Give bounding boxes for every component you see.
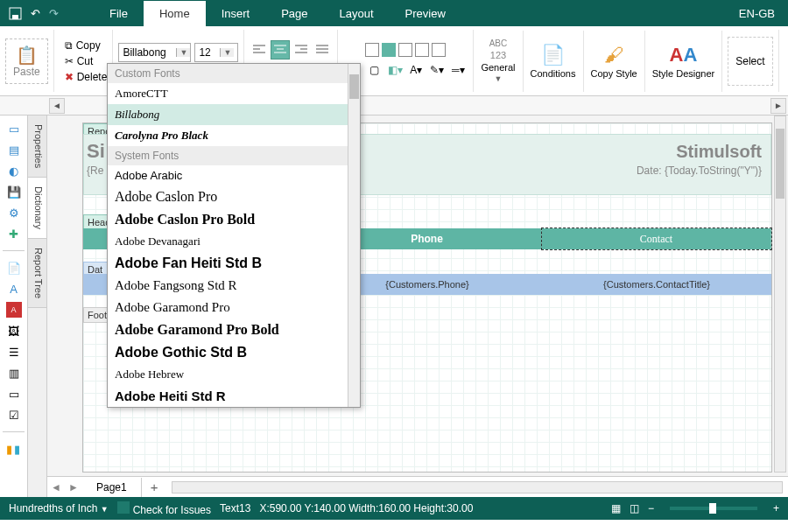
format-general-button[interactable]: ABC 123 General ▼	[474, 31, 523, 92]
font-item[interactable]: Adobe Devanagari	[108, 231, 360, 252]
font-item[interactable]: Carolyna Pro Black	[108, 125, 360, 146]
menu-insert[interactable]: Insert	[206, 1, 266, 26]
menu-home[interactable]: Home	[144, 1, 206, 26]
tool-5[interactable]: ⚙	[6, 205, 22, 220]
page-tab-1[interactable]: Page1	[82, 478, 142, 497]
scroll-left-button[interactable]: ◄	[49, 98, 65, 114]
font-family-input[interactable]	[119, 46, 176, 59]
tool-2[interactable]: ▤	[6, 142, 22, 158]
scroll-right-button[interactable]: ►	[770, 98, 786, 114]
font-dropdown[interactable]: Custom Fonts AmoreCTT Billabong Carolyna…	[107, 63, 361, 408]
conditions-button[interactable]: 📄 Conditions	[524, 31, 584, 92]
zoom-out-button[interactable]: −	[648, 502, 654, 514]
delete-button[interactable]: ✖Delete	[65, 71, 108, 83]
border-none-button[interactable]: ▢	[364, 60, 383, 80]
save-icon[interactable]	[9, 7, 22, 20]
text-color-button[interactable]: A▾	[406, 60, 426, 80]
font-item-selected[interactable]: Billabong	[108, 104, 360, 125]
units-selector[interactable]: Hundredths of Inch ▼	[9, 502, 109, 514]
language-selector[interactable]: EN-GB	[726, 7, 788, 20]
chevron-down-icon: ▼	[101, 505, 109, 514]
font-item[interactable]: AmoreCTT	[108, 83, 360, 104]
border-presets[interactable]	[365, 43, 446, 57]
col-contact-selected[interactable]: Contact	[542, 228, 771, 249]
font-item[interactable]: Adobe Gothic Std B	[108, 341, 360, 364]
main-menu: File Home Insert Page Layout Preview	[94, 1, 461, 26]
menu-file[interactable]: File	[94, 1, 144, 26]
font-item[interactable]: Adobe Arabic	[108, 165, 360, 186]
clipboard-icon: 📋	[13, 45, 40, 66]
align-center-button[interactable]	[271, 40, 290, 60]
font-item[interactable]: Adobe Fangsong Std R	[108, 275, 360, 297]
vscrollbar[interactable]	[774, 116, 786, 472]
font-item[interactable]: Adobe Garamond Pro	[108, 297, 360, 318]
delete-icon: ✖	[65, 71, 74, 83]
font-item[interactable]: Adobe Fan Heiti Std B	[108, 252, 360, 275]
tool-13[interactable]: ▭	[6, 386, 22, 402]
tool-6[interactable]: ✚	[6, 226, 22, 242]
panel-properties[interactable]: Properties	[28, 116, 46, 178]
menu-layout[interactable]: Layout	[324, 1, 390, 26]
font-item[interactable]: Adobe Caslon Pro	[108, 186, 360, 208]
topbar: ↶ ↷ File Home Insert Page Layout Preview…	[0, 0, 788, 26]
redo-icon[interactable]: ↷	[49, 7, 59, 20]
tool-3[interactable]: ◐	[6, 163, 22, 178]
panel-dictionary[interactable]: Dictionary	[28, 178, 46, 239]
border-color-button[interactable]: ✎▾	[427, 60, 447, 80]
align-right-button[interactable]	[292, 40, 311, 60]
tool-14[interactable]: ☑	[6, 407, 22, 423]
align-justify-button[interactable]	[313, 40, 332, 60]
view-mode-1[interactable]: ▦	[611, 502, 621, 514]
copy-button[interactable]: ⧉Copy	[65, 39, 108, 52]
zoom-in-button[interactable]: +	[773, 502, 779, 514]
status-bar: Hundredths of Inch ▼ Check for Issues Te…	[0, 497, 788, 520]
tool-12[interactable]: ▥	[6, 365, 22, 381]
font-family-select[interactable]: ▼	[118, 43, 191, 62]
tool-15[interactable]: ▮▮	[6, 441, 22, 457]
tool-10[interactable]: 🖼	[6, 323, 22, 339]
font-item[interactable]: Adobe Caslon Pro Bold	[108, 208, 360, 231]
fill-color-button[interactable]: ◧▾	[385, 60, 405, 80]
chevron-down-icon[interactable]: ▼	[220, 48, 234, 57]
tab-scroll-left[interactable]: ◄	[47, 481, 65, 494]
hscrollbar[interactable]	[172, 481, 783, 494]
tool-11[interactable]: ☰	[6, 344, 22, 360]
logo-text: Stimulsoft	[676, 142, 762, 162]
border-style-button[interactable]: ═▾	[448, 60, 468, 80]
menu-page[interactable]: Page	[265, 1, 323, 26]
view-mode-2[interactable]: ◫	[630, 502, 639, 514]
report-name-text: {Re	[87, 164, 103, 177]
check-issues-button[interactable]: Check for Issues	[117, 501, 211, 516]
system-fonts-header: System Fonts	[108, 146, 360, 165]
tool-1[interactable]: ▭	[6, 121, 22, 136]
font-size-select[interactable]: ▼	[194, 43, 238, 62]
font-item[interactable]: Adobe Heiti Std R	[108, 385, 360, 407]
svg-rect-1	[12, 15, 18, 19]
undo-icon[interactable]: ↶	[31, 7, 40, 20]
select-button[interactable]: Select	[728, 37, 772, 86]
style-designer-button[interactable]: AA Style Designer	[645, 31, 723, 92]
tool-9[interactable]: A	[6, 302, 22, 318]
paste-button[interactable]: 📋 Paste	[5, 38, 48, 84]
font-item[interactable]: Adobe Garamond Pro Bold	[108, 318, 360, 341]
brush-icon: 🖌	[604, 44, 623, 66]
dcell-contact[interactable]: {Customers.ContactTitle}	[542, 274, 771, 295]
tab-scroll-right[interactable]: ►	[65, 481, 82, 494]
zoom-slider[interactable]	[670, 507, 757, 510]
font-item[interactable]: Adobe Hebrew	[108, 364, 360, 385]
copy-icon: ⧉	[65, 39, 73, 52]
cut-button[interactable]: ✂Cut	[65, 55, 108, 67]
dropdown-scrollbar[interactable]	[348, 64, 360, 407]
align-left-button[interactable]	[250, 40, 269, 60]
add-page-button[interactable]: +	[142, 476, 167, 497]
tool-7[interactable]: 📄	[6, 260, 22, 276]
copy-style-button[interactable]: 🖌 Copy Style	[584, 31, 645, 92]
style-icon: AA	[670, 44, 698, 66]
chevron-down-icon[interactable]: ▼	[176, 48, 190, 57]
vertical-toolbar: ▭ ▤ ◐ 💾 ⚙ ✚ 📄 A A 🖼 ☰ ▥ ▭ ☑ ▮▮	[0, 116, 28, 497]
panel-report-tree[interactable]: Report Tree	[28, 239, 46, 308]
tool-4[interactable]: 💾	[6, 184, 22, 200]
menu-preview[interactable]: Preview	[390, 1, 461, 26]
font-size-input[interactable]	[195, 46, 220, 59]
tool-8[interactable]: A	[6, 281, 22, 297]
